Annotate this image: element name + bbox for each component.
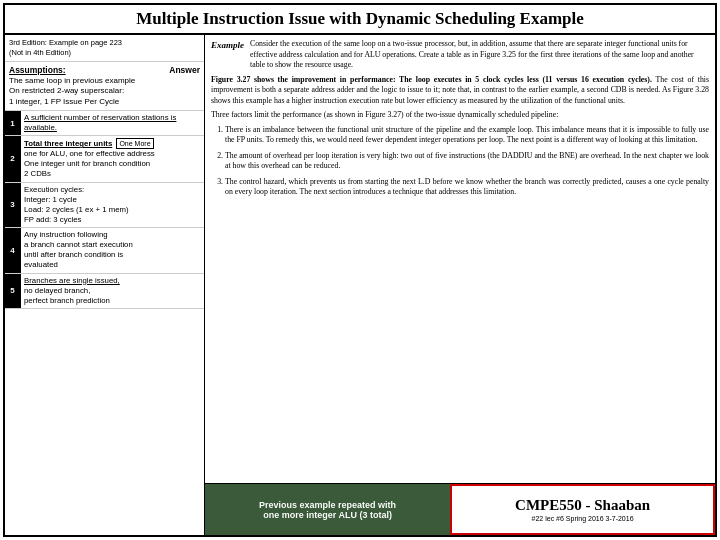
- item-text-5: Branches are single issued, no delayed b…: [21, 274, 204, 308]
- list-item: 3 Execution cycles: Integer: 1 cycle Loa…: [5, 183, 204, 229]
- assumptions-title: Assumptions:: [9, 65, 66, 75]
- body-para1: Figure 3.27 shows the improvement in per…: [211, 75, 709, 107]
- right-top: Example Consider the execution of the sa…: [205, 35, 715, 73]
- list-item: 1 A sufficient number of reservation sta…: [5, 111, 204, 136]
- item-number-2: 2: [5, 136, 21, 181]
- list-item: The control hazard, which prevents us fr…: [225, 177, 709, 198]
- item-text-4: Any instruction following a branch canno…: [21, 228, 204, 273]
- cmpe-label: CMPE550 - Shaaban: [515, 497, 650, 514]
- item-text-2: Total three integer units One More one f…: [21, 136, 204, 181]
- cmpe-sub: #22 lec #6 Spring 2016 3-7-2016: [532, 515, 634, 522]
- item-number-4: 4: [5, 228, 21, 273]
- body-para2: Three factors limit the performance (as …: [211, 110, 709, 121]
- bottom-bar: Previous example repeated withone more i…: [205, 483, 715, 535]
- item-number-3: 3: [5, 183, 21, 228]
- page-title: Multiple Instruction Issue with Dynamic …: [136, 9, 584, 28]
- item-number-1: 1: [5, 111, 21, 135]
- list-item: 4 Any instruction following a branch can…: [5, 228, 204, 274]
- edition-note: 3rd Edition: Example on page 223 (Not in…: [5, 35, 204, 62]
- answer-label: Answer: [169, 65, 200, 75]
- list-item: 5 Branches are single issued, no delayed…: [5, 274, 204, 309]
- right-body: Figure 3.27 shows the improvement in per…: [205, 73, 715, 483]
- list-item: 2 Total three integer units One More one…: [5, 136, 204, 182]
- left-panel: 3rd Edition: Example on page 223 (Not in…: [5, 35, 205, 535]
- item-number-5: 5: [5, 274, 21, 308]
- para1-bold: Figure 3.27 shows the improvement in per…: [211, 75, 652, 84]
- one-more-badge: One More: [116, 138, 153, 149]
- prev-label: Previous example repeated withone more i…: [259, 500, 396, 520]
- main-content: 3rd Edition: Example on page 223 (Not in…: [5, 35, 715, 535]
- assumptions-text: The same loop in previous example On res…: [9, 76, 200, 108]
- right-panel: Example Consider the execution of the sa…: [205, 35, 715, 535]
- title-bar: Multiple Instruction Issue with Dynamic …: [5, 5, 715, 35]
- item-text-3: Execution cycles: Integer: 1 cycle Load:…: [21, 183, 204, 228]
- body-list: There is an imbalance between the functi…: [211, 125, 709, 198]
- list-item: There is an imbalance between the functi…: [225, 125, 709, 146]
- example-label: Example: [211, 39, 244, 71]
- cmpe-box: CMPE550 - Shaaban #22 lec #6 Spring 2016…: [450, 484, 715, 535]
- numbered-items: 1 A sufficient number of reservation sta…: [5, 111, 204, 535]
- list-item: The amount of overhead per loop iteratio…: [225, 151, 709, 172]
- item-text-1: A sufficient number of reservation stati…: [21, 111, 204, 135]
- intro-text: Consider the execution of the same loop …: [250, 39, 709, 71]
- previous-example-box: Previous example repeated withone more i…: [205, 484, 450, 535]
- assumptions-block: Answer Assumptions: The same loop in pre…: [5, 62, 204, 111]
